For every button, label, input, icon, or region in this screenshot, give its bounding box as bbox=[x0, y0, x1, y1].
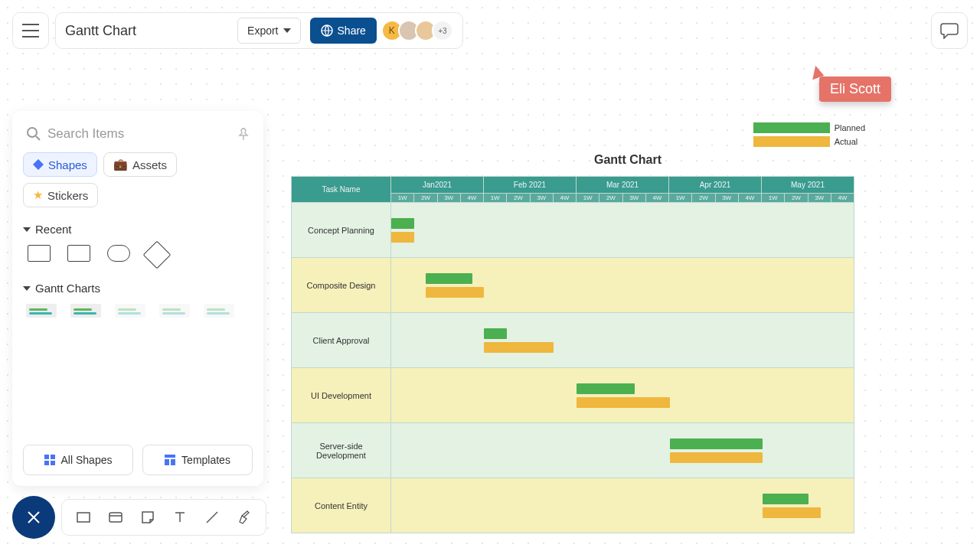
templates-button[interactable]: Templates bbox=[142, 445, 253, 475]
gantt-thumb[interactable] bbox=[70, 304, 101, 318]
svg-rect-3 bbox=[44, 455, 49, 459]
week-header: 1W bbox=[484, 194, 507, 203]
close-icon bbox=[27, 510, 41, 524]
pin-button[interactable] bbox=[237, 128, 250, 140]
week-header: 4W bbox=[738, 194, 761, 203]
week-header: 3W bbox=[437, 194, 460, 203]
comments-button[interactable] bbox=[931, 12, 968, 49]
week-header: 4W bbox=[645, 194, 668, 203]
chart-title: Gantt Chart bbox=[291, 153, 965, 167]
briefcase-icon: 💼 bbox=[113, 158, 128, 171]
gantt-thumb[interactable] bbox=[204, 304, 234, 318]
chevron-down-icon bbox=[23, 286, 31, 291]
menu-button[interactable] bbox=[12, 12, 49, 49]
shape-diamond[interactable] bbox=[143, 241, 172, 269]
canvas[interactable]: Planned Actual Gantt Chart Task NameJan2… bbox=[291, 77, 965, 551]
shapes-panel: Shapes 💼 Assets ★ Stickers Recent Gantt … bbox=[12, 111, 263, 486]
week-header: 4W bbox=[831, 194, 854, 203]
rectangle-tool[interactable] bbox=[74, 508, 93, 527]
svg-point-1 bbox=[28, 128, 37, 137]
chevron-down-icon bbox=[23, 227, 31, 232]
chat-icon bbox=[940, 22, 959, 39]
avatar-more[interactable]: +3 bbox=[432, 20, 453, 41]
task-name: Composite Design bbox=[292, 258, 391, 313]
task-name: Client Approval bbox=[292, 313, 391, 368]
diamond-icon bbox=[33, 159, 44, 170]
pen-tool[interactable] bbox=[235, 508, 253, 527]
collaborator-avatars[interactable]: K +3 bbox=[386, 20, 453, 41]
shape-rectangle[interactable] bbox=[28, 245, 51, 262]
globe-icon bbox=[321, 24, 333, 37]
tab-assets[interactable]: 💼 Assets bbox=[103, 152, 177, 177]
gantt-thumb[interactable] bbox=[115, 304, 145, 318]
gantt-thumb[interactable] bbox=[26, 304, 57, 318]
hamburger-icon bbox=[22, 24, 39, 37]
week-header: 2W bbox=[507, 194, 530, 203]
line-tool[interactable] bbox=[203, 508, 221, 527]
card-tool[interactable] bbox=[106, 508, 125, 527]
week-header: 3W bbox=[530, 194, 553, 203]
legend-planned-swatch bbox=[753, 122, 830, 133]
document-title[interactable]: Gantt Chart bbox=[65, 23, 228, 39]
share-button[interactable]: Share bbox=[310, 18, 377, 44]
shape-rectangle[interactable] bbox=[67, 245, 90, 262]
bar-planned[interactable] bbox=[391, 218, 414, 229]
svg-rect-7 bbox=[165, 455, 175, 458]
close-dock-button[interactable] bbox=[12, 496, 55, 539]
bar-planned[interactable] bbox=[484, 328, 507, 339]
gantt-row[interactable]: Server-side Development bbox=[292, 423, 854, 478]
task-name: UI Development bbox=[292, 368, 391, 423]
svg-rect-6 bbox=[51, 461, 55, 465]
gantt-row[interactable]: Composite Design bbox=[292, 258, 854, 313]
bar-actual[interactable] bbox=[484, 342, 554, 353]
gantt-row[interactable]: Concept Planning bbox=[292, 203, 854, 258]
month-header: Apr 2021 bbox=[669, 177, 762, 194]
tool-dock bbox=[61, 499, 266, 536]
section-recent[interactable]: Recent bbox=[23, 223, 253, 236]
bar-actual[interactable] bbox=[670, 452, 763, 463]
bar-actual[interactable] bbox=[763, 507, 821, 518]
gantt-row[interactable]: Client Approval bbox=[292, 313, 854, 368]
section-gantt[interactable]: Gantt Charts bbox=[23, 282, 253, 295]
export-button[interactable]: Export bbox=[237, 18, 300, 44]
bar-planned[interactable] bbox=[577, 383, 635, 394]
svg-rect-2 bbox=[33, 159, 44, 170]
week-header: 1W bbox=[577, 194, 599, 203]
week-header: 2W bbox=[599, 194, 622, 203]
bar-planned[interactable] bbox=[670, 439, 763, 449]
week-header: 1W bbox=[391, 194, 414, 203]
tab-shapes[interactable]: Shapes bbox=[23, 152, 97, 177]
task-header: Task Name bbox=[292, 177, 391, 203]
bar-actual[interactable] bbox=[577, 397, 669, 408]
gantt-legend: Planned Actual bbox=[753, 122, 865, 147]
month-header: Jan2021 bbox=[391, 177, 484, 194]
title-card: Gantt Chart Export Share K +3 bbox=[55, 12, 463, 49]
grid-icon bbox=[44, 455, 55, 465]
search-input[interactable] bbox=[47, 126, 231, 142]
week-header: 1W bbox=[762, 194, 785, 203]
chevron-down-icon bbox=[283, 28, 291, 33]
gantt-row[interactable]: Content Entity bbox=[292, 478, 854, 533]
star-icon: ★ bbox=[33, 188, 43, 202]
search-icon bbox=[26, 126, 41, 142]
gantt-chart[interactable]: Task NameJan2021Feb 2021Mar 2021Apr 2021… bbox=[291, 176, 965, 533]
gantt-row[interactable]: UI Development bbox=[292, 368, 854, 423]
bar-planned[interactable] bbox=[763, 494, 809, 504]
svg-rect-4 bbox=[51, 455, 55, 459]
week-header: 2W bbox=[785, 194, 808, 203]
gantt-thumb[interactable] bbox=[159, 304, 190, 318]
month-header: Feb 2021 bbox=[484, 177, 577, 194]
bar-planned[interactable] bbox=[426, 273, 472, 284]
all-shapes-button[interactable]: All Shapes bbox=[23, 445, 133, 475]
note-tool[interactable] bbox=[139, 508, 157, 527]
bar-actual[interactable] bbox=[426, 287, 484, 298]
tab-stickers[interactable]: ★ Stickers bbox=[23, 183, 98, 207]
bar-actual[interactable] bbox=[391, 232, 414, 243]
template-icon bbox=[165, 455, 175, 465]
week-header: 3W bbox=[715, 194, 738, 203]
text-tool[interactable] bbox=[171, 508, 189, 527]
task-name: Concept Planning bbox=[292, 203, 391, 258]
pin-icon bbox=[237, 128, 250, 140]
shape-pill[interactable] bbox=[107, 245, 130, 262]
week-header: 4W bbox=[553, 194, 576, 203]
